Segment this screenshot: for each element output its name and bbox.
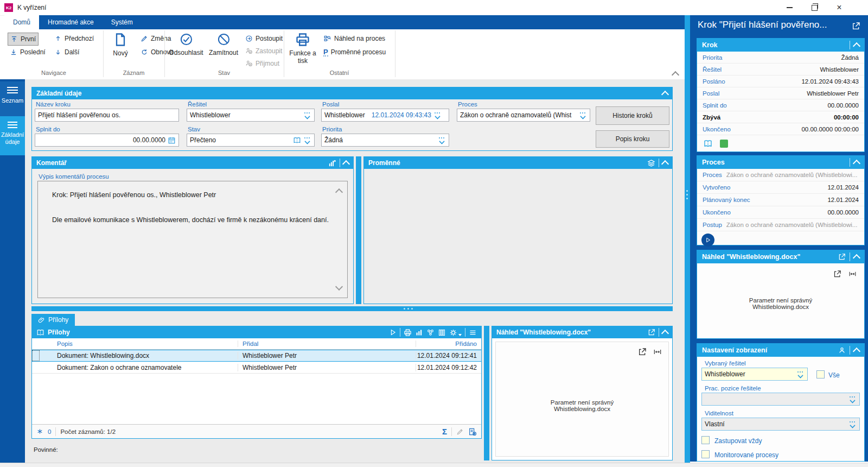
sidebar-item-zakladni-udaje[interactable]: Základní údaje xyxy=(0,116,25,155)
zastupovat-checkbox[interactable] xyxy=(701,436,710,444)
calendar-icon[interactable] xyxy=(168,136,176,144)
open-external-icon[interactable] xyxy=(648,329,655,336)
add-note-icon[interactable] xyxy=(468,427,477,436)
splnit-do-input[interactable]: 00.00.0000 xyxy=(35,134,179,147)
minimize-button[interactable] xyxy=(777,0,802,15)
process-play-button[interactable] xyxy=(701,234,714,247)
column-pridal[interactable]: Přidal xyxy=(238,340,416,347)
preview-section-collapse-icon[interactable] xyxy=(853,254,860,261)
vertical-splitter[interactable] xyxy=(356,156,361,304)
restore-button[interactable] xyxy=(802,0,827,15)
comment-textarea[interactable]: Krok: Přijetí hlášení pověřenou os., Whi… xyxy=(37,181,348,298)
viditelnost-input[interactable]: Vlastní xyxy=(701,418,860,431)
history-steps-button[interactable]: Historie kroků xyxy=(596,106,669,125)
preview-collapse-icon[interactable] xyxy=(661,329,669,337)
preview-open-icon[interactable] xyxy=(638,348,647,356)
step-description-button[interactable]: Popis kroku xyxy=(596,130,669,148)
priorita-label: Priorita xyxy=(322,126,342,132)
settings-gear-icon[interactable] xyxy=(449,329,457,337)
last-button[interactable]: Poslední xyxy=(8,46,48,58)
monitorovane-checkbox[interactable] xyxy=(701,450,710,458)
process-preview-button[interactable]: Náhled na proces xyxy=(321,33,387,45)
tab-domu[interactable]: Domů xyxy=(4,15,39,29)
previous-icon xyxy=(54,35,62,42)
substitute-button[interactable]: Zastoupit xyxy=(243,45,284,57)
comment-chart-icon[interactable] xyxy=(328,159,336,167)
preview-section-width-icon[interactable] xyxy=(848,270,857,278)
row-selector-cell[interactable] xyxy=(32,362,40,373)
vybrany-resitel-dropdown-icon[interactable] xyxy=(796,370,805,378)
stav-dropdown-icon[interactable] xyxy=(303,136,311,144)
print-grid-icon[interactable] xyxy=(404,329,412,337)
krok-collapse-icon[interactable] xyxy=(853,42,860,49)
preview-error-line2: Whistleblowing.docx xyxy=(496,406,668,412)
viditelnost-dropdown-icon[interactable] xyxy=(848,420,857,428)
layers-icon[interactable] xyxy=(647,159,655,167)
stav-input[interactable]: Přečteno xyxy=(187,134,315,147)
chart-grid-icon[interactable] xyxy=(415,329,423,337)
column-popis[interactable]: Popis xyxy=(40,340,238,347)
forward-button[interactable]: Postoupit xyxy=(243,33,285,45)
next-button[interactable]: Další xyxy=(52,46,81,58)
poslal-dropdown-icon[interactable] xyxy=(433,111,442,119)
display-settings-header: Nastavení zobrazení xyxy=(697,344,864,357)
edit-pencil-icon[interactable] xyxy=(456,428,464,436)
tab-system[interactable]: Systém xyxy=(103,15,142,29)
horizontal-splitter[interactable] xyxy=(31,306,673,311)
vybrany-resitel-input[interactable]: Whistleblower xyxy=(701,368,808,381)
person-icon[interactable] xyxy=(838,346,846,354)
table-row[interactable]: Dokument: Whistleblowing.docx Whistleblo… xyxy=(32,350,481,362)
approve-button[interactable]: Odsouhlasit xyxy=(167,32,205,56)
group-label-navigace: Navigace xyxy=(4,70,103,78)
row-selector-cell[interactable] xyxy=(32,350,40,361)
preview-section-open2-icon[interactable] xyxy=(833,270,841,278)
prac-pozice-dropdown-icon[interactable] xyxy=(848,395,857,403)
proces-dropdown-icon[interactable] xyxy=(579,111,587,119)
read-book-icon[interactable] xyxy=(293,136,301,144)
preview-section-title: Náhled "Whistleblowing.docx" xyxy=(702,253,800,261)
table-row[interactable]: Dokument: Zakon o ochrane oznamovatele W… xyxy=(32,362,481,374)
resitel-input[interactable]: Whistleblower xyxy=(187,109,315,122)
functions-print-button[interactable]: Funkce a tisk xyxy=(287,32,318,65)
viditelnost-label: Viditelnost xyxy=(705,410,733,416)
sidebar-item-seznam[interactable]: Seznam xyxy=(0,81,25,116)
sum-icon[interactable]: Σ xyxy=(442,427,447,436)
poslal-input[interactable]: Whistleblower 12.01.2024 09:43:43 xyxy=(321,109,449,122)
process-variables-button[interactable]: P Proměnné procesu xyxy=(321,46,388,58)
run-icon[interactable] xyxy=(389,329,397,336)
ribbon-collapse-icon[interactable] xyxy=(672,71,679,79)
proces-input[interactable]: Zákon o ochraně oznamovatelů (Whist xyxy=(457,109,590,122)
menu-icon[interactable] xyxy=(469,329,477,337)
reject-button[interactable]: Zamítnout xyxy=(206,32,241,56)
previous-button[interactable]: Předchozí xyxy=(52,33,96,45)
resitel-dropdown-icon[interactable] xyxy=(303,111,311,119)
vse-checkbox[interactable] xyxy=(816,370,825,378)
priorita-input[interactable]: Žádná xyxy=(321,134,449,147)
variables-collapse-icon[interactable] xyxy=(661,160,669,167)
right-panel-splitter[interactable] xyxy=(685,15,690,467)
first-button[interactable]: První xyxy=(8,33,39,46)
close-button[interactable]: × xyxy=(827,0,852,15)
columns-icon[interactable] xyxy=(438,329,446,337)
new-button[interactable]: Nový xyxy=(106,32,135,57)
fit-width-icon[interactable] xyxy=(653,348,662,356)
proces-collapse-icon[interactable] xyxy=(853,159,860,167)
basic-data-collapse-icon[interactable] xyxy=(661,90,669,98)
comment-scroll-down-icon[interactable] xyxy=(335,283,343,291)
comment-collapse-icon[interactable] xyxy=(342,160,350,167)
vertical-splitter-preview[interactable] xyxy=(484,326,489,460)
attachments-tab[interactable]: Přílohy xyxy=(31,314,75,326)
preview-panel: Náhled "Whistleblowing.docx" Parametr ne… xyxy=(492,326,673,460)
nazev-kroku-input[interactable]: Přijetí hlášení pověřenou os. xyxy=(35,109,179,122)
right-panel-open-icon[interactable] xyxy=(852,22,860,30)
prac-pozice-input[interactable] xyxy=(701,393,860,406)
accept-button[interactable]: Přijmout xyxy=(243,58,282,70)
preview-section-open-icon[interactable] xyxy=(838,253,846,261)
filter-star-icon[interactable] xyxy=(36,428,43,435)
related-records-icon[interactable] xyxy=(426,329,435,337)
variables-panel-header: Proměnné xyxy=(364,157,672,169)
tab-hromadne-akce[interactable]: Hromadné akce xyxy=(39,15,103,29)
priorita-dropdown-icon[interactable] xyxy=(438,136,446,144)
column-pridano[interactable]: Přidáno xyxy=(416,340,481,347)
display-settings-collapse-icon[interactable] xyxy=(853,347,860,355)
